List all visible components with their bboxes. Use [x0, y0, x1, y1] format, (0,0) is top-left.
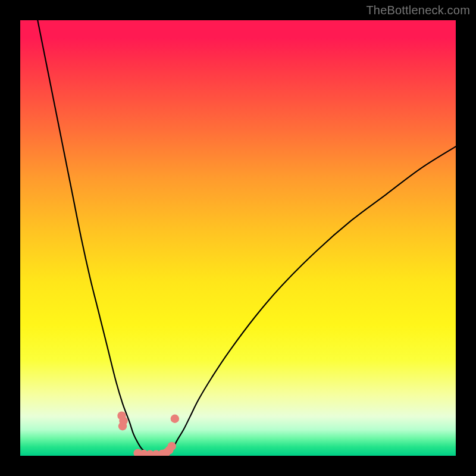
chart-frame: TheBottleneck.com	[0, 0, 476, 476]
right-curve	[168, 146, 456, 456]
chart-svg	[20, 20, 456, 456]
series-group	[37, 20, 456, 456]
floor-dots-left-cluster-dot	[118, 422, 127, 430]
floor-dots-bottom-dot	[168, 442, 176, 450]
left-curve	[37, 20, 155, 456]
plot-area	[20, 20, 456, 456]
watermark-text: TheBottleneck.com	[366, 4, 470, 17]
floor-dot-upper-right-dot	[171, 415, 179, 423]
